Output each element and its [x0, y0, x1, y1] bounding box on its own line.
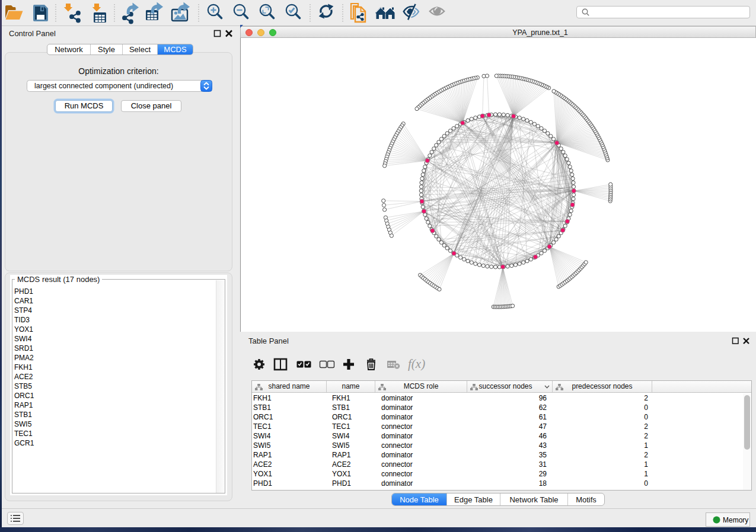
svg-text:f(x): f(x) [408, 357, 425, 371]
